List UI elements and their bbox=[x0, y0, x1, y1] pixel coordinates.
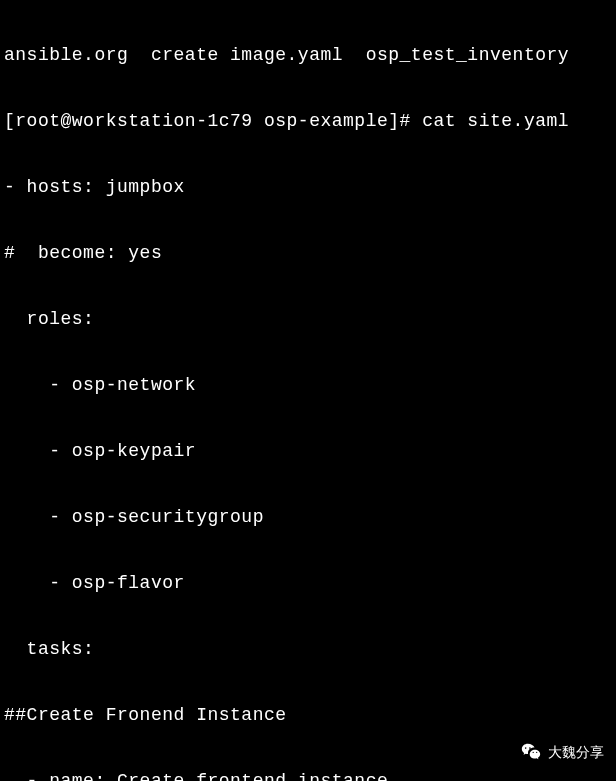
terminal-line: ansible.org create image.yaml osp_test_i… bbox=[4, 44, 612, 66]
terminal-line: # become: yes bbox=[4, 242, 612, 264]
watermark-text: 大魏分享 bbox=[548, 741, 604, 763]
terminal-line: - osp-keypair bbox=[4, 440, 612, 462]
wechat-icon bbox=[520, 741, 542, 763]
terminal-line: - osp-securitygroup bbox=[4, 506, 612, 528]
terminal-line: - osp-flavor bbox=[4, 572, 612, 594]
terminal-line: - name: Create frontend instance bbox=[4, 770, 612, 781]
terminal-line: roles: bbox=[4, 308, 612, 330]
terminal-line: - osp-network bbox=[4, 374, 612, 396]
terminal-line: tasks: bbox=[4, 638, 612, 660]
watermark: 大魏分享 bbox=[520, 741, 604, 763]
terminal-output: ansible.org create image.yaml osp_test_i… bbox=[4, 0, 612, 781]
terminal-line: [root@workstation-1c79 osp-example]# cat… bbox=[4, 110, 612, 132]
terminal-line: ##Create Fronend Instance bbox=[4, 704, 612, 726]
terminal-line: - hosts: jumpbox bbox=[4, 176, 612, 198]
